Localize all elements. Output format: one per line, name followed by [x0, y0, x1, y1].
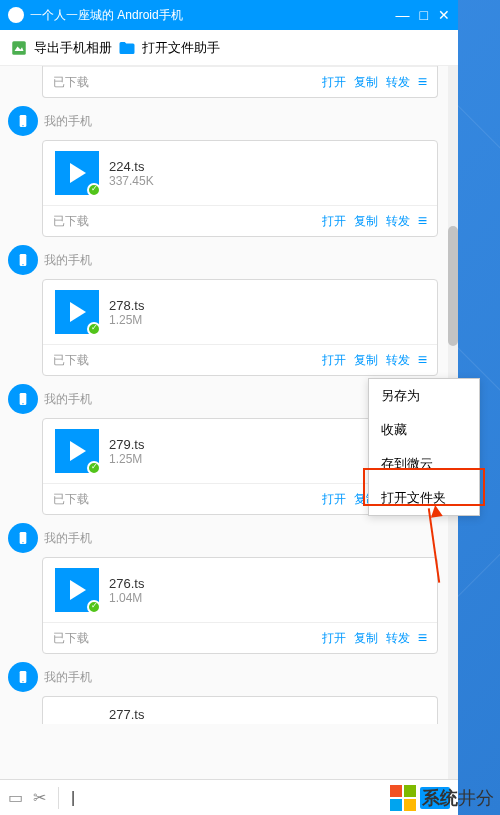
- menu-open-folder[interactable]: 打开文件夹: [369, 481, 479, 515]
- file-status: 已下载: [53, 213, 322, 230]
- svg-point-10: [22, 403, 23, 404]
- file-name: 276.ts: [109, 576, 144, 591]
- open-button[interactable]: 打开: [322, 491, 346, 508]
- context-menu: 另存为 收藏 存到微云 打开文件夹: [368, 378, 480, 516]
- open-button[interactable]: 打开: [322, 74, 346, 91]
- video-play-icon[interactable]: [55, 568, 99, 612]
- close-button[interactable]: ✕: [438, 7, 450, 23]
- more-menu-icon[interactable]: ≡: [418, 73, 427, 91]
- window-title: 一个人一座城的 Android手机: [30, 7, 183, 24]
- file-card: 276.ts 1.04M 已下载 打开 复制 转发 ≡: [42, 557, 438, 654]
- forward-button[interactable]: 转发: [386, 74, 410, 91]
- file-card-body: 224.ts 337.45K: [43, 141, 437, 205]
- message-block: 我的手机 224.ts 337.45K 已下载 打开 复制: [0, 106, 448, 237]
- file-card-footer: 已下载 打开 复制 转发 ≡: [43, 66, 437, 97]
- copy-button[interactable]: 复制: [354, 213, 378, 230]
- svg-point-6: [22, 125, 23, 126]
- svg-point-12: [22, 542, 23, 543]
- sender-name: 我的手机: [44, 113, 92, 130]
- watermark-text: 系统井分: [422, 786, 494, 810]
- file-info: 224.ts 337.45K: [109, 159, 154, 188]
- file-actions: 打开 复制 转发 ≡: [322, 212, 427, 230]
- qq-penguin-icon: [8, 7, 24, 23]
- annotation-arrow-head: [429, 504, 443, 518]
- scissors-icon[interactable]: ✂: [33, 788, 46, 807]
- file-card: 224.ts 337.45K 已下载 打开 复制 转发 ≡: [42, 140, 438, 237]
- file-card: 已下载 打开 复制 转发 ≡: [42, 66, 438, 98]
- maximize-button[interactable]: □: [420, 7, 428, 23]
- check-badge-icon: [87, 461, 101, 475]
- file-status: 已下载: [53, 74, 322, 91]
- text-cursor[interactable]: |: [71, 789, 75, 807]
- svg-point-14: [22, 681, 23, 682]
- sender-name: 我的手机: [44, 391, 92, 408]
- file-card-body: 277.ts: [43, 697, 437, 724]
- message-block: 我的手机 277.ts: [0, 662, 448, 724]
- file-card-body: 276.ts 1.04M: [43, 558, 437, 622]
- file-actions: 打开 复制 转发 ≡: [322, 351, 427, 369]
- video-play-icon[interactable]: [55, 290, 99, 334]
- scrollbar-thumb[interactable]: [448, 226, 458, 346]
- open-file-helper-button[interactable]: 打开文件助手: [142, 39, 220, 57]
- file-info: 276.ts 1.04M: [109, 576, 144, 605]
- open-button[interactable]: 打开: [322, 352, 346, 369]
- export-photos-button[interactable]: 导出手机相册: [34, 39, 112, 57]
- file-card: 277.ts: [42, 696, 438, 724]
- export-icon: [10, 39, 28, 57]
- file-card: 278.ts 1.25M 已下载 打开 复制 转发 ≡: [42, 279, 438, 376]
- file-size: 1.25M: [109, 313, 144, 327]
- video-play-icon[interactable]: [55, 151, 99, 195]
- copy-button[interactable]: 复制: [354, 630, 378, 647]
- check-badge-icon: [87, 322, 101, 336]
- more-menu-icon[interactable]: ≡: [418, 212, 427, 230]
- phone-avatar[interactable]: [8, 245, 38, 275]
- sender-row: 我的手机: [0, 245, 448, 275]
- file-info: 278.ts 1.25M: [109, 298, 144, 327]
- file-actions: 打开 复制 转发 ≡: [322, 73, 427, 91]
- divider: [58, 787, 59, 809]
- menu-favorite[interactable]: 收藏: [369, 413, 479, 447]
- sender-name: 我的手机: [44, 669, 92, 686]
- screenshot-icon[interactable]: ▭: [8, 788, 23, 807]
- more-menu-icon[interactable]: ≡: [418, 629, 427, 647]
- file-actions: 打开 复制 转发 ≡: [322, 629, 427, 647]
- sender-name: 我的手机: [44, 252, 92, 269]
- minimize-button[interactable]: —: [396, 7, 410, 23]
- windows-logo-icon: [390, 785, 416, 811]
- menu-save-cloud[interactable]: 存到微云: [369, 447, 479, 481]
- forward-button[interactable]: 转发: [386, 213, 410, 230]
- video-play-icon[interactable]: [55, 429, 99, 473]
- file-info: 279.ts 1.25M: [109, 437, 144, 466]
- menu-save-as[interactable]: 另存为: [369, 379, 479, 413]
- toolbar: 导出手机相册 打开文件助手: [0, 30, 458, 66]
- forward-button[interactable]: 转发: [386, 352, 410, 369]
- file-status: 已下载: [53, 491, 322, 508]
- file-card-footer: 已下载 打开 复制 转发 ≡: [43, 622, 437, 653]
- file-info: 277.ts: [55, 707, 144, 722]
- file-name: 279.ts: [109, 437, 144, 452]
- sender-row: 我的手机: [0, 662, 448, 692]
- sender-row: 我的手机: [0, 523, 448, 553]
- open-button[interactable]: 打开: [322, 630, 346, 647]
- copy-button[interactable]: 复制: [354, 74, 378, 91]
- message-block: 我的手机 276.ts 1.04M 已下载 打开 复制: [0, 523, 448, 654]
- sender-name: 我的手机: [44, 530, 92, 547]
- check-badge-icon: [87, 600, 101, 614]
- file-name: 224.ts: [109, 159, 154, 174]
- copy-button[interactable]: 复制: [354, 352, 378, 369]
- file-card-body: 278.ts 1.25M: [43, 280, 437, 344]
- open-button[interactable]: 打开: [322, 213, 346, 230]
- file-card-footer: 已下载 打开 复制 转发 ≡: [43, 205, 437, 236]
- phone-avatar[interactable]: [8, 106, 38, 136]
- titlebar: 一个人一座城的 Android手机 — □ ✕: [0, 0, 458, 30]
- site-watermark: 系统井分: [390, 785, 494, 811]
- file-card-footer: 已下载 打开 复制 转发 ≡: [43, 344, 437, 375]
- forward-button[interactable]: 转发: [386, 630, 410, 647]
- message-block: 我的手机 278.ts 1.25M 已下载 打开 复制: [0, 245, 448, 376]
- phone-avatar[interactable]: [8, 662, 38, 692]
- file-status: 已下载: [53, 630, 322, 647]
- phone-avatar[interactable]: [8, 523, 38, 553]
- phone-avatar[interactable]: [8, 384, 38, 414]
- more-menu-icon[interactable]: ≡: [418, 351, 427, 369]
- window-controls: — □ ✕: [396, 7, 450, 23]
